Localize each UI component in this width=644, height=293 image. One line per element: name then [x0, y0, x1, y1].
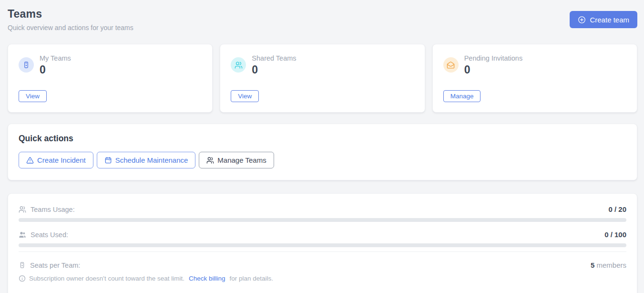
page-subtitle: Quick overview and actions for your team…	[8, 24, 133, 31]
teams-usage-label: Teams Usage:	[31, 206, 75, 213]
users-icon	[231, 57, 246, 73]
users-icon	[19, 206, 26, 213]
manage-teams-button[interactable]: Manage Teams	[199, 152, 274, 168]
stat-cards-row: My Teams 0 View Shared Teams 0 View Pend…	[8, 44, 637, 113]
page-title: Teams	[8, 8, 133, 21]
check-billing-link[interactable]: Check billing	[189, 275, 225, 282]
stat-value: 0	[40, 63, 71, 76]
create-incident-button[interactable]: Create Incident	[19, 152, 93, 168]
users-filled-icon	[19, 231, 26, 239]
quick-actions-card: Quick actions Create Incident Schedule M…	[8, 124, 637, 180]
seats-used-label-row: Seats Used:	[19, 231, 68, 239]
my-teams-card: My Teams 0 View	[8, 44, 213, 113]
shared-teams-view-button[interactable]: View	[231, 90, 259, 102]
alert-triangle-icon	[26, 157, 34, 164]
calendar-icon	[104, 157, 112, 164]
manage-teams-label: Manage Teams	[217, 156, 266, 164]
create-team-label: Create team	[590, 16, 629, 24]
pending-invitations-card: Pending Invitations 0 Manage	[432, 44, 637, 113]
quick-actions-title: Quick actions	[19, 134, 626, 144]
page-header: Teams Quick overview and actions for you…	[8, 8, 637, 31]
teams-usage-progressbar	[19, 218, 626, 222]
id-badge-icon	[19, 57, 34, 73]
my-teams-view-button[interactable]: View	[19, 90, 47, 102]
usage-card: Teams Usage: 0 / 20 Seats Used: 0 / 100 …	[8, 193, 637, 293]
seats-per-team-value: 5 members	[591, 261, 626, 269]
seats-used-label: Seats Used:	[31, 231, 68, 239]
pending-invitations-manage-button[interactable]: Manage	[443, 90, 481, 102]
stat-value: 0	[464, 63, 523, 76]
seat-limit-note: Subscription owner doesn't count toward …	[19, 275, 273, 282]
create-team-button[interactable]: Create team	[570, 11, 637, 28]
schedule-maintenance-button[interactable]: Schedule Maintenance	[97, 152, 196, 168]
stat-value: 0	[252, 63, 296, 76]
seats-used-value: 0 / 100	[604, 230, 626, 239]
plus-circle-icon	[578, 16, 586, 24]
stat-label: My Teams	[40, 54, 71, 62]
shared-teams-card: Shared Teams 0 View	[220, 44, 425, 113]
seats-used-progressbar	[19, 243, 626, 247]
seats-per-team-number: 5	[591, 261, 594, 269]
note-text-after: for plan details.	[230, 275, 274, 282]
note-text: Subscription owner doesn't count toward …	[29, 275, 184, 282]
stat-label: Pending Invitations	[464, 54, 523, 62]
seats-per-team-label: Seats per Team:	[30, 262, 80, 269]
seats-per-team-label-row: Seats per Team:	[19, 262, 80, 269]
teams-usage-value: 0 / 20	[608, 205, 626, 213]
seats-per-team-unit: members	[596, 261, 626, 269]
id-badge-icon	[19, 262, 26, 269]
stat-label: Shared Teams	[252, 54, 296, 62]
create-incident-label: Create Incident	[37, 156, 86, 164]
users-icon	[206, 157, 214, 164]
info-icon	[19, 275, 26, 282]
teams-usage-label-row: Teams Usage:	[19, 206, 75, 213]
mail-open-icon	[443, 57, 459, 73]
schedule-maintenance-label: Schedule Maintenance	[115, 156, 188, 164]
